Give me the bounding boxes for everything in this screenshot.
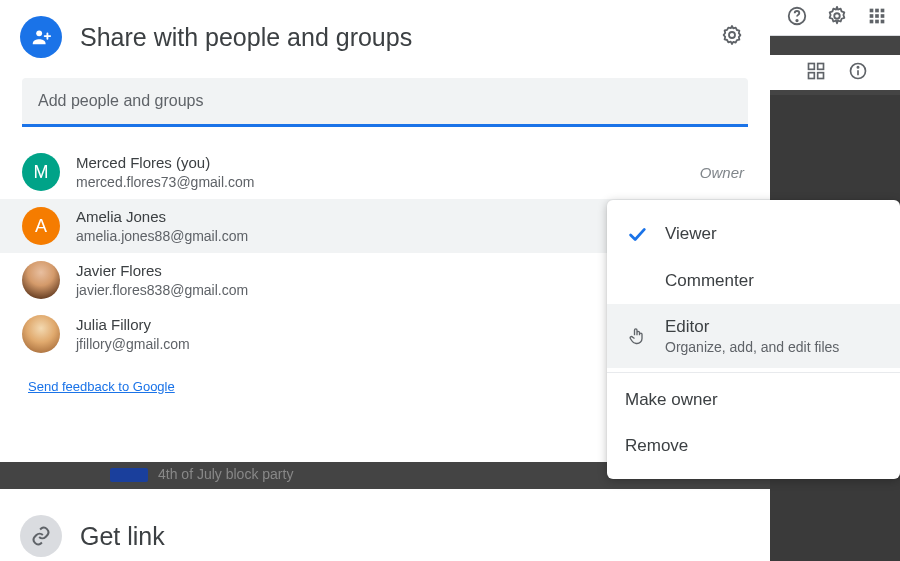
- svg-rect-15: [818, 72, 824, 78]
- link-icon: [20, 515, 62, 557]
- dropdown-label: Commenter: [665, 271, 882, 291]
- svg-rect-3: [870, 8, 874, 12]
- svg-rect-4: [875, 8, 879, 12]
- share-settings-button[interactable]: [714, 17, 750, 57]
- svg-point-19: [36, 30, 42, 36]
- dropdown-sublabel: Organize, add, and edit files: [665, 339, 882, 355]
- svg-rect-12: [809, 63, 815, 69]
- grid-view-icon[interactable]: [806, 61, 826, 85]
- svg-rect-9: [870, 19, 874, 23]
- dropdown-item-commenter[interactable]: Commenter: [607, 258, 900, 304]
- get-link-section[interactable]: Get link: [0, 495, 770, 561]
- share-person-add-icon: [20, 16, 62, 58]
- person-name: Merced Flores (you): [76, 153, 684, 173]
- dropdown-label: Editor: [665, 317, 882, 337]
- svg-rect-10: [875, 19, 879, 23]
- svg-point-18: [857, 66, 858, 67]
- person-email: merced.flores73@gmail.com: [76, 173, 684, 191]
- svg-rect-7: [875, 14, 879, 18]
- owner-label: Owner: [700, 164, 748, 181]
- dropdown-item-make-owner[interactable]: Make owner: [607, 377, 900, 423]
- divider: [770, 35, 900, 36]
- avatar: A: [22, 207, 60, 245]
- cursor-hand-icon: [625, 326, 649, 346]
- add-people-field[interactable]: [22, 78, 748, 127]
- dropdown-label-with-sub: Editor Organize, add, and edit files: [665, 317, 882, 355]
- help-icon[interactable]: [786, 5, 808, 31]
- info-icon[interactable]: [848, 61, 868, 85]
- person-row: M Merced Flores (you) merced.flores73@gm…: [0, 145, 770, 199]
- person-info: Merced Flores (you) merced.flores73@gmai…: [76, 153, 684, 191]
- svg-rect-14: [809, 72, 815, 78]
- app-toolbar-right: [770, 0, 900, 35]
- dropdown-item-viewer[interactable]: Viewer: [607, 210, 900, 258]
- background-file-name: 4th of July block party: [158, 466, 293, 482]
- add-people-input[interactable]: [38, 92, 732, 110]
- divider: [607, 372, 900, 373]
- svg-point-2: [834, 13, 840, 19]
- app-toolbar-secondary: [770, 55, 900, 90]
- check-icon: [625, 223, 649, 245]
- avatar: [22, 261, 60, 299]
- svg-point-1: [796, 19, 797, 20]
- background-file-icon: [110, 468, 148, 482]
- avatar: [22, 315, 60, 353]
- apps-grid-icon[interactable]: [866, 5, 888, 31]
- svg-rect-6: [870, 14, 874, 18]
- dialog-title: Share with people and groups: [80, 23, 696, 52]
- svg-rect-11: [881, 19, 885, 23]
- dropdown-label: Viewer: [665, 224, 882, 244]
- svg-rect-8: [881, 14, 885, 18]
- dropdown-item-remove[interactable]: Remove: [607, 423, 900, 469]
- svg-rect-13: [818, 63, 824, 69]
- get-link-title: Get link: [80, 522, 165, 551]
- gear-icon[interactable]: [826, 5, 848, 31]
- dialog-header: Share with people and groups: [0, 0, 770, 70]
- send-feedback-link[interactable]: Send feedback to Google: [28, 379, 175, 394]
- avatar: M: [22, 153, 60, 191]
- permission-dropdown: Viewer Commenter Editor Organize, add, a…: [607, 200, 900, 479]
- dropdown-label: Remove: [625, 436, 882, 456]
- svg-rect-5: [881, 8, 885, 12]
- dropdown-label: Make owner: [625, 390, 882, 410]
- dropdown-item-editor[interactable]: Editor Organize, add, and edit files: [607, 304, 900, 368]
- svg-point-20: [729, 32, 735, 38]
